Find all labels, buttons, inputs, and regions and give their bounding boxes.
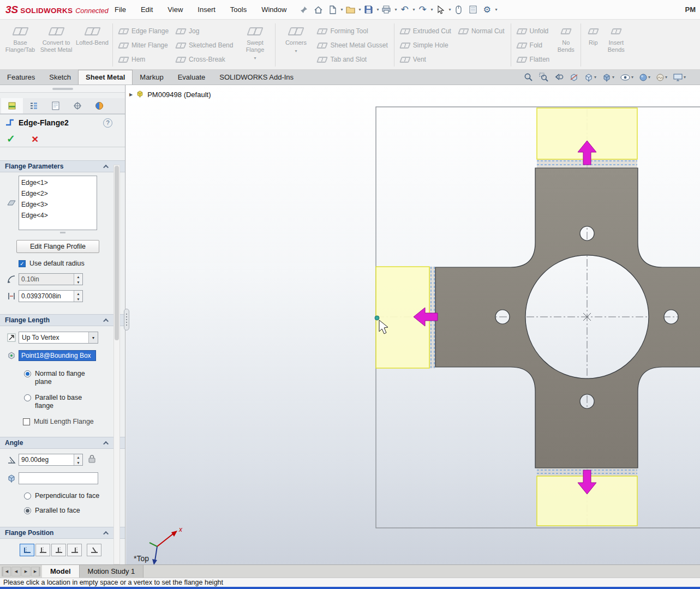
redo-caret-icon[interactable]: ▾ [431, 7, 433, 12]
feature-tree-breadcrumb[interactable]: ▶ PM009498 (Default) [129, 90, 211, 99]
tab-solidworks-add-ins[interactable]: SOLIDWORKS Add-Ins [212, 70, 301, 85]
save-button[interactable] [362, 3, 375, 17]
zoom-to-area-icon[interactable] [539, 73, 548, 82]
previous-tab-button[interactable]: ◀ [11, 567, 21, 576]
material-inside-button[interactable] [20, 544, 34, 556]
use-default-radius-checkbox[interactable]: ✓ [19, 260, 26, 267]
tab-featuremanager[interactable] [1, 98, 23, 113]
section-angle-header[interactable]: Angle [0, 437, 125, 449]
fold-button[interactable]: Fold [513, 40, 554, 50]
edge-item[interactable]: Edge<2> [21, 188, 94, 199]
print-button[interactable] [380, 3, 393, 17]
zoom-to-fit-icon[interactable] [524, 73, 533, 82]
tab-features[interactable]: Features [0, 70, 42, 85]
model-tab[interactable]: Model [42, 565, 80, 578]
simple-hole-button[interactable]: Simple Hole [397, 40, 455, 50]
edit-appearance-icon[interactable]: ▾ [639, 74, 650, 81]
save-caret-icon[interactable]: ▾ [376, 7, 379, 12]
spin-down-icon[interactable]: ▼ [74, 460, 82, 465]
view-orientation-icon[interactable]: ▾ [584, 73, 596, 82]
swept-flange-button[interactable]: Swept Flange ▾ [237, 21, 273, 69]
corners-button[interactable]: Corners ▾ [278, 21, 314, 69]
spin-up-icon[interactable]: ▲ [74, 274, 82, 279]
flatten-button[interactable]: Flatten [513, 55, 554, 64]
cross-break-button[interactable]: Cross-Break [172, 55, 237, 64]
corners-caret-icon[interactable]: ▾ [295, 47, 297, 55]
user-initials[interactable]: PM [685, 5, 696, 14]
edge-item[interactable]: Edge<4> [21, 210, 94, 221]
bend-from-virtual-sharp-button[interactable] [67, 544, 82, 556]
spin-down-icon[interactable]: ▼ [74, 296, 82, 302]
relief-ratio-input[interactable]: 0.03937008in ▲ ▼ [19, 290, 83, 302]
extruded-cut-button[interactable]: Extruded Cut [397, 26, 455, 36]
flange-angle-spinner[interactable]: ▲ ▼ [74, 454, 82, 465]
material-outside-button[interactable] [35, 544, 50, 556]
sketched-bend-button[interactable]: Sketched Bend [172, 40, 237, 50]
vertex-reference-field[interactable]: Point18@Bounding Box [19, 350, 96, 361]
insert-bends-button[interactable]: Insert Bends [603, 21, 629, 69]
forming-tool-button[interactable]: Forming Tool [314, 26, 391, 36]
jog-button[interactable]: Jog [172, 26, 237, 36]
vent-button[interactable]: Vent [397, 55, 455, 64]
normal-cut-button[interactable]: Normal Cut [455, 26, 508, 36]
bounding-box-vertex-point[interactable] [375, 316, 379, 320]
tab-displaymanager[interactable] [88, 98, 110, 113]
tab-markup[interactable]: Markup [133, 70, 170, 85]
normal-to-flange-plane-radio[interactable] [24, 370, 31, 377]
perpendicular-to-face-radio[interactable] [24, 492, 31, 500]
menu-edit[interactable]: Edit [141, 5, 153, 14]
previous-view-icon[interactable] [554, 73, 564, 81]
edges-listbox[interactable]: Edge<1> Edge<2> Edge<3> Edge<4> [19, 176, 97, 230]
menu-tools[interactable]: Tools [230, 5, 247, 14]
flange-angle-input[interactable]: 90.00deg ▲ ▼ [19, 454, 83, 466]
convert-to-sheet-metal-button[interactable]: Convert to Sheet Metal [38, 21, 74, 69]
panel-scrollbar[interactable] [113, 165, 120, 564]
edge-flange-button[interactable]: Edge Flange [115, 26, 172, 36]
menu-pin-icon[interactable] [297, 3, 310, 17]
panel-splitter-handle[interactable] [0, 85, 125, 93]
tab-sheet-metal[interactable]: Sheet Metal [78, 70, 133, 85]
parallel-to-base-flange-radio[interactable] [24, 394, 31, 401]
select-button[interactable] [434, 3, 447, 17]
hem-button[interactable]: Hem [115, 55, 172, 64]
select-caret-icon[interactable]: ▾ [449, 7, 451, 12]
section-flange-position-header[interactable]: Flange Position [0, 527, 125, 539]
parallel-to-face-radio[interactable] [24, 507, 31, 514]
edit-flange-profile-button[interactable]: Edit Flange Profile [16, 240, 99, 253]
last-tab-button[interactable]: ▶ [31, 567, 40, 576]
bend-outside-button[interactable] [51, 544, 66, 556]
new-document-caret-icon[interactable]: ▾ [340, 7, 343, 12]
model-view[interactable]: x [126, 85, 700, 564]
help-button[interactable]: ? [103, 118, 112, 128]
tab-sketch[interactable]: Sketch [42, 70, 78, 85]
bend-radius-spinner[interactable]: ▲ ▼ [74, 274, 82, 285]
length-type-dropdown[interactable]: Up To Vertex ▾ [19, 332, 98, 344]
tab-configurationmanager[interactable] [45, 98, 67, 113]
lofted-bend-button[interactable]: Lofted-Bend [74, 21, 110, 69]
menu-view[interactable]: View [167, 5, 183, 14]
mouse-gestures-icon[interactable] [452, 3, 465, 17]
print-caret-icon[interactable]: ▾ [394, 7, 397, 12]
options-gear-button[interactable]: ⚙ [481, 3, 494, 17]
base-flange-button[interactable]: Base Flange/Tab [2, 21, 38, 69]
menu-file[interactable]: File [115, 5, 126, 14]
tree-expand-arrow-icon[interactable]: ▶ [129, 92, 133, 97]
next-tab-button[interactable]: ▶ [21, 567, 31, 576]
spin-down-icon[interactable]: ▼ [74, 279, 82, 285]
display-style-icon[interactable]: ▾ [602, 73, 614, 82]
options-caret-icon[interactable]: ▾ [495, 7, 498, 12]
miter-flange-button[interactable]: Miter Flange [115, 40, 172, 50]
first-tab-button[interactable]: ◀ [2, 567, 11, 576]
tab-dimxpertmanager[interactable] [67, 98, 88, 113]
tab-evaluate[interactable]: Evaluate [171, 70, 213, 85]
face-reference-field[interactable] [19, 472, 98, 484]
edge-item[interactable]: Edge<1> [21, 177, 94, 188]
dropdown-arrow-icon[interactable]: ▾ [88, 332, 98, 343]
section-flange-parameters-header[interactable]: Flange Parameters [0, 160, 125, 172]
undo-caret-icon[interactable]: ▾ [413, 7, 415, 12]
listbox-resize-handle[interactable] [4, 230, 109, 235]
rip-button[interactable]: Rip [583, 21, 603, 69]
motion-study-tab[interactable]: Motion Study 1 [80, 565, 144, 578]
graphics-area[interactable]: x ▶ PM009498 (Default) *Top [126, 85, 700, 564]
open-button[interactable] [344, 3, 357, 17]
